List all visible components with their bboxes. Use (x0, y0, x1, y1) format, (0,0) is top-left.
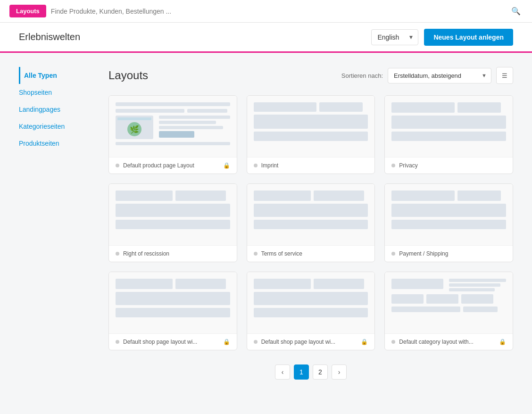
pagination-next[interactable]: › (332, 364, 347, 380)
preview-block (391, 204, 506, 217)
card-preview-5 (247, 184, 375, 245)
preview-block (449, 279, 506, 282)
layout-card-2[interactable]: Imprint (247, 95, 375, 174)
sort-select-wrapper: Erstelldatum, absteigend Erstelldatum, a… (388, 68, 491, 83)
preview-row (116, 190, 230, 201)
card-status-dot (254, 252, 258, 256)
preview-block (116, 308, 230, 317)
preview-block (116, 102, 230, 106)
card-footer-7: Default shop page layout wi... 🔒 (109, 333, 237, 350)
preview-block (457, 102, 501, 113)
layout-card-8[interactable]: Default shop page layout wi... 🔒 (247, 272, 375, 350)
card-status-dot (116, 164, 119, 167)
preview-block (116, 190, 173, 201)
preview-row (391, 190, 506, 201)
preview-row (116, 142, 230, 145)
preview-block (314, 190, 364, 201)
preview-row (391, 132, 506, 141)
lock-icon: 🔒 (223, 162, 230, 169)
layout-card-3[interactable]: Privacy (384, 95, 513, 174)
header-actions: English Deutsch Français ▼ Neues Layout … (371, 29, 513, 46)
pagination-page-1[interactable]: 1 (294, 364, 309, 380)
preview-block (254, 279, 311, 289)
lock-icon: 🔒 (223, 339, 230, 345)
card-preview-4 (109, 184, 237, 245)
card-label-5: Terms of service (261, 250, 368, 257)
card-preview-8 (247, 272, 375, 333)
preview-block (426, 294, 458, 304)
preview-row (116, 109, 230, 113)
preview-block (175, 190, 226, 201)
preview-block (116, 142, 230, 145)
card-status-dot (391, 164, 395, 167)
card-footer-3: Privacy (385, 157, 513, 174)
list-view-button[interactable]: ☰ (496, 67, 513, 84)
preview-block (116, 220, 230, 229)
preview-block (391, 294, 424, 304)
sort-select[interactable]: Erstelldatum, absteigend Erstelldatum, a… (388, 68, 491, 83)
card-footer-9: Default category layout with... 🔒 (385, 333, 513, 350)
card-preview-9 (385, 272, 513, 333)
new-layout-button[interactable]: Neues Layout anlegen (424, 29, 513, 46)
search-input[interactable] (51, 8, 509, 15)
card-footer-5: Terms of service (247, 245, 375, 262)
preview-block (391, 116, 506, 129)
layout-card-5[interactable]: Terms of service (247, 183, 375, 262)
content-header: Layouts Sortieren nach: Erstelldatum, ab… (108, 67, 513, 84)
preview-block (391, 279, 443, 289)
preview-row: 🌿 (116, 116, 230, 139)
language-select[interactable]: English Deutsch Français (371, 29, 418, 45)
preview-row (391, 294, 506, 304)
sidebar-item-shopseiten[interactable]: Shopseiten (19, 84, 94, 101)
layouts-tag: Layouts (9, 5, 46, 17)
card-preview-1: 🌿 (109, 96, 237, 157)
card-footer-8: Default shop page layout wi... 🔒 (247, 333, 375, 350)
card-status-dot (116, 340, 119, 344)
layout-card-1[interactable]: 🌿 Default produ (108, 95, 237, 174)
sidebar-item-produktseiten[interactable]: Produktseiten (19, 135, 94, 152)
preview-block (116, 204, 230, 217)
preview-block (254, 102, 316, 112)
card-label-6: Payment / Shipping (399, 250, 506, 257)
card-preview-6 (385, 184, 513, 245)
card-footer-4: Right of rescission (109, 245, 237, 262)
card-status-dot (254, 340, 258, 344)
layout-card-9[interactable]: Default category layout with... 🔒 (384, 272, 513, 350)
layout-card-7[interactable]: Default shop page layout wi... 🔒 (108, 272, 237, 350)
preview-block (449, 283, 500, 287)
card-footer-6: Payment / Shipping (385, 245, 513, 262)
sidebar: Alle Typen Shopseiten Landingpages Kateg… (19, 67, 94, 389)
layout-card-4[interactable]: Right of rescission (108, 183, 237, 262)
preview-block (254, 132, 368, 141)
search-wrapper (51, 8, 509, 15)
preview-block (187, 109, 227, 113)
product-details-preview (159, 116, 230, 139)
preview-row (391, 306, 506, 312)
sidebar-item-alle-typen[interactable]: Alle Typen (19, 67, 94, 84)
sidebar-item-landingpages[interactable]: Landingpages (19, 101, 94, 118)
preview-block (175, 279, 226, 289)
card-label-3: Privacy (399, 162, 506, 169)
card-footer-2: Imprint (247, 157, 375, 174)
layouts-grid: 🌿 Default produ (108, 95, 513, 350)
pagination-prev[interactable]: ‹ (275, 364, 290, 380)
pagination-page-2[interactable]: 2 (313, 364, 328, 380)
layout-card-6[interactable]: Payment / Shipping (384, 183, 513, 262)
preview-block (391, 102, 454, 113)
preview-row (391, 102, 506, 113)
card-label-7: Default shop page layout wi... (123, 339, 219, 345)
card-preview-7 (109, 272, 237, 333)
card-label-2: Imprint (261, 162, 368, 169)
content-area: Layouts Sortieren nach: Erstelldatum, ab… (108, 67, 513, 389)
preview-block (391, 220, 506, 229)
preview-row (254, 308, 368, 317)
sidebar-item-kategorieseiten[interactable]: Kategorieseiten (19, 118, 94, 135)
card-preview-3 (385, 96, 513, 157)
preview-row (254, 190, 368, 201)
preview-block (159, 126, 223, 129)
preview-block (463, 306, 498, 312)
card-status-dot (391, 252, 395, 256)
search-button[interactable]: 🔍 (509, 5, 523, 17)
preview-block (254, 220, 368, 229)
sort-controls: Sortieren nach: Erstelldatum, absteigend… (341, 67, 513, 84)
